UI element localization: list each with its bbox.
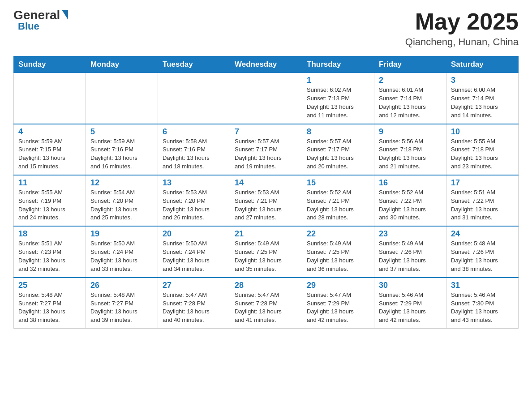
logo-blue-text: Blue: [18, 21, 39, 31]
day-info: Sunrise: 5:58 AMSunset: 7:16 PMDaylight:…: [163, 137, 225, 171]
day-cell: 27Sunrise: 5:47 AMSunset: 7:28 PMDayligh…: [158, 278, 230, 329]
day-number: 20: [163, 229, 225, 239]
day-cell: 11Sunrise: 5:55 AMSunset: 7:19 PMDayligh…: [14, 175, 86, 226]
day-info: Sunrise: 5:50 AMSunset: 7:24 PMDaylight:…: [90, 240, 153, 273]
weekday-header-row: SundayMondayTuesdayWednesdayThursdayFrid…: [14, 56, 519, 73]
weekday-header-saturday: Saturday: [446, 56, 519, 73]
day-number: 27: [163, 281, 225, 290]
day-cell: 25Sunrise: 5:48 AMSunset: 7:27 PMDayligh…: [14, 278, 86, 329]
day-number: 26: [90, 281, 153, 290]
day-info: Sunrise: 5:54 AMSunset: 7:20 PMDaylight:…: [90, 188, 153, 222]
day-cell: 31Sunrise: 5:46 AMSunset: 7:30 PMDayligh…: [446, 278, 519, 329]
day-cell: 2Sunrise: 6:01 AMSunset: 7:14 PMDaylight…: [374, 73, 446, 124]
day-info: Sunrise: 5:49 AMSunset: 7:25 PMDaylight:…: [307, 240, 369, 273]
day-cell: 18Sunrise: 5:51 AMSunset: 7:23 PMDayligh…: [14, 226, 86, 277]
day-info: Sunrise: 5:57 AMSunset: 7:17 PMDaylight:…: [235, 137, 297, 171]
day-cell: 9Sunrise: 5:56 AMSunset: 7:18 PMDaylight…: [374, 124, 446, 175]
day-cell: 22Sunrise: 5:49 AMSunset: 7:25 PMDayligh…: [302, 226, 374, 277]
day-info: Sunrise: 5:47 AMSunset: 7:29 PMDaylight:…: [307, 291, 369, 325]
week-row-3: 11Sunrise: 5:55 AMSunset: 7:19 PMDayligh…: [14, 175, 519, 226]
day-number: 29: [307, 281, 369, 290]
day-cell: 30Sunrise: 5:46 AMSunset: 7:29 PMDayligh…: [374, 278, 446, 329]
day-cell: 6Sunrise: 5:58 AMSunset: 7:16 PMDaylight…: [158, 124, 230, 175]
day-cell: 3Sunrise: 6:00 AMSunset: 7:14 PMDaylight…: [446, 73, 519, 124]
day-number: 15: [307, 178, 369, 188]
day-cell: 10Sunrise: 5:55 AMSunset: 7:18 PMDayligh…: [446, 124, 519, 175]
day-number: 1: [307, 76, 369, 85]
day-info: Sunrise: 5:59 AMSunset: 7:15 PMDaylight:…: [18, 137, 81, 171]
day-info: Sunrise: 6:00 AMSunset: 7:14 PMDaylight:…: [451, 86, 514, 120]
day-info: Sunrise: 5:48 AMSunset: 7:27 PMDaylight:…: [90, 291, 153, 325]
day-number: 14: [235, 178, 297, 188]
day-cell: 28Sunrise: 5:47 AMSunset: 7:28 PMDayligh…: [230, 278, 302, 329]
day-number: 24: [451, 229, 514, 239]
day-cell: 21Sunrise: 5:49 AMSunset: 7:25 PMDayligh…: [230, 226, 302, 277]
day-info: Sunrise: 6:01 AMSunset: 7:14 PMDaylight:…: [379, 86, 442, 120]
day-cell: 13Sunrise: 5:53 AMSunset: 7:20 PMDayligh…: [158, 175, 230, 226]
day-number: 2: [379, 76, 442, 85]
day-cell: 12Sunrise: 5:54 AMSunset: 7:20 PMDayligh…: [86, 175, 158, 226]
day-cell: 29Sunrise: 5:47 AMSunset: 7:29 PMDayligh…: [302, 278, 374, 329]
day-number: 13: [163, 178, 225, 188]
day-info: Sunrise: 5:47 AMSunset: 7:28 PMDaylight:…: [235, 291, 297, 325]
day-cell: 5Sunrise: 5:59 AMSunset: 7:16 PMDaylight…: [86, 124, 158, 175]
day-cell: 14Sunrise: 5:53 AMSunset: 7:21 PMDayligh…: [230, 175, 302, 226]
day-number: 18: [18, 229, 81, 239]
day-info: Sunrise: 5:59 AMSunset: 7:16 PMDaylight:…: [90, 137, 153, 171]
day-info: Sunrise: 5:48 AMSunset: 7:26 PMDaylight:…: [451, 240, 514, 273]
header: General Blue May 2025 Qiancheng, Hunan, …: [13, 9, 519, 48]
day-number: 28: [235, 281, 297, 290]
day-info: Sunrise: 5:53 AMSunset: 7:21 PMDaylight:…: [235, 188, 297, 222]
title-area: May 2025 Qiancheng, Hunan, China: [405, 9, 519, 48]
day-info: Sunrise: 5:46 AMSunset: 7:29 PMDaylight:…: [379, 291, 442, 325]
day-cell: 16Sunrise: 5:52 AMSunset: 7:22 PMDayligh…: [374, 175, 446, 226]
logo-general-text: General: [13, 9, 60, 21]
day-number: 9: [379, 127, 442, 137]
day-number: 6: [163, 127, 225, 137]
week-row-4: 18Sunrise: 5:51 AMSunset: 7:23 PMDayligh…: [14, 226, 519, 277]
day-number: 22: [307, 229, 369, 239]
day-info: Sunrise: 5:48 AMSunset: 7:27 PMDaylight:…: [18, 291, 81, 325]
day-info: Sunrise: 6:02 AMSunset: 7:13 PMDaylight:…: [307, 86, 369, 120]
day-cell: 7Sunrise: 5:57 AMSunset: 7:17 PMDaylight…: [230, 124, 302, 175]
day-cell: 26Sunrise: 5:48 AMSunset: 7:27 PMDayligh…: [86, 278, 158, 329]
day-number: 30: [379, 281, 442, 290]
day-number: 31: [451, 281, 514, 290]
day-info: Sunrise: 5:52 AMSunset: 7:21 PMDaylight:…: [307, 188, 369, 222]
day-info: Sunrise: 5:46 AMSunset: 7:30 PMDaylight:…: [451, 291, 514, 325]
weekday-header-friday: Friday: [374, 56, 446, 73]
week-row-2: 4Sunrise: 5:59 AMSunset: 7:15 PMDaylight…: [14, 124, 519, 175]
day-number: 10: [451, 127, 514, 137]
day-info: Sunrise: 5:50 AMSunset: 7:24 PMDaylight:…: [163, 240, 225, 273]
month-title: May 2025: [405, 9, 519, 34]
day-cell: 17Sunrise: 5:51 AMSunset: 7:22 PMDayligh…: [446, 175, 519, 226]
day-cell: 23Sunrise: 5:49 AMSunset: 7:26 PMDayligh…: [374, 226, 446, 277]
day-number: 17: [451, 178, 514, 188]
day-info: Sunrise: 5:56 AMSunset: 7:18 PMDaylight:…: [379, 137, 442, 171]
logo-triangle-icon: [62, 10, 68, 20]
weekday-header-wednesday: Wednesday: [230, 56, 302, 73]
weekday-header-thursday: Thursday: [302, 56, 374, 73]
location-title: Qiancheng, Hunan, China: [405, 36, 519, 48]
day-info: Sunrise: 5:47 AMSunset: 7:28 PMDaylight:…: [163, 291, 225, 325]
day-number: 7: [235, 127, 297, 137]
calendar-table: SundayMondayTuesdayWednesdayThursdayFrid…: [13, 56, 519, 329]
day-number: 21: [235, 229, 297, 239]
day-number: 16: [379, 178, 442, 188]
week-row-5: 25Sunrise: 5:48 AMSunset: 7:27 PMDayligh…: [14, 278, 519, 329]
day-info: Sunrise: 5:49 AMSunset: 7:26 PMDaylight:…: [379, 240, 442, 273]
day-info: Sunrise: 5:57 AMSunset: 7:17 PMDaylight:…: [307, 137, 369, 171]
day-cell: 8Sunrise: 5:57 AMSunset: 7:17 PMDaylight…: [302, 124, 374, 175]
week-row-1: 1Sunrise: 6:02 AMSunset: 7:13 PMDaylight…: [14, 73, 519, 124]
day-cell: [230, 73, 302, 124]
day-number: 23: [379, 229, 442, 239]
day-info: Sunrise: 5:49 AMSunset: 7:25 PMDaylight:…: [235, 240, 297, 273]
day-cell: 20Sunrise: 5:50 AMSunset: 7:24 PMDayligh…: [158, 226, 230, 277]
day-info: Sunrise: 5:55 AMSunset: 7:19 PMDaylight:…: [18, 188, 81, 222]
day-number: 5: [90, 127, 153, 137]
day-cell: [158, 73, 230, 124]
day-cell: [14, 73, 86, 124]
weekday-header-sunday: Sunday: [14, 56, 86, 73]
day-info: Sunrise: 5:55 AMSunset: 7:18 PMDaylight:…: [451, 137, 514, 171]
weekday-header-monday: Monday: [86, 56, 158, 73]
